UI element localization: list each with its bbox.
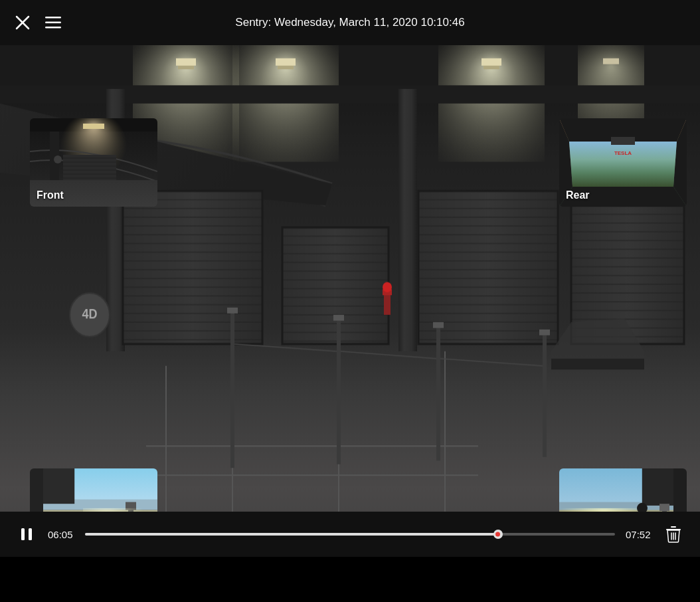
svg-rect-3 [45,22,61,24]
rear-label: Rear [566,189,590,201]
close-icon [15,15,30,30]
progress-bar[interactable] [85,533,615,536]
progress-fill [85,533,498,536]
close-button[interactable] [13,13,32,32]
front-camera-thumbnail[interactable]: Front [30,118,157,207]
topbar-left [13,13,62,32]
svg-rect-6 [29,528,32,540]
pause-button[interactable] [16,524,37,545]
svg-rect-5 [21,528,25,540]
video-title: Sentry: Wednesday, March 11, 2020 10:10:… [235,16,464,29]
current-time: 06:05 [48,529,74,540]
delete-icon [665,526,681,543]
svg-rect-8 [671,526,676,528]
topbar: Sentry: Wednesday, March 11, 2020 10:10:… [0,0,700,45]
svg-rect-4 [45,27,61,29]
rear-camera-thumbnail[interactable]: Rear [559,118,687,207]
main-video-area: Front Rear Left Right 06:05 07:52 [0,45,700,557]
menu-icon [45,17,61,29]
video-controls: 06:05 07:52 [0,512,700,557]
progress-thumb-red [495,532,500,537]
total-time: 07:52 [626,529,652,540]
svg-rect-2 [45,17,61,19]
pause-icon [19,527,34,542]
delete-button[interactable] [663,524,684,545]
front-label: Front [37,189,64,201]
menu-button[interactable] [44,13,62,32]
